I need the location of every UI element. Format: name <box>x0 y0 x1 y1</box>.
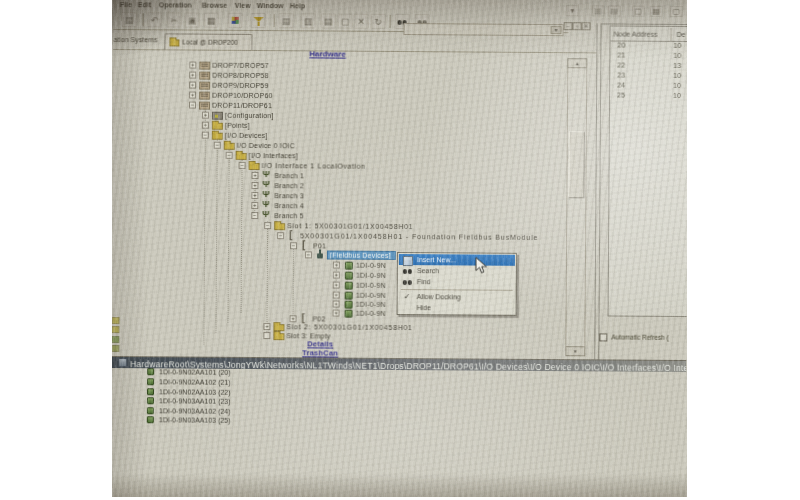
screen-photo: File Edit Operation Browse View Window H… <box>112 0 687 497</box>
photo-moire <box>112 0 687 497</box>
